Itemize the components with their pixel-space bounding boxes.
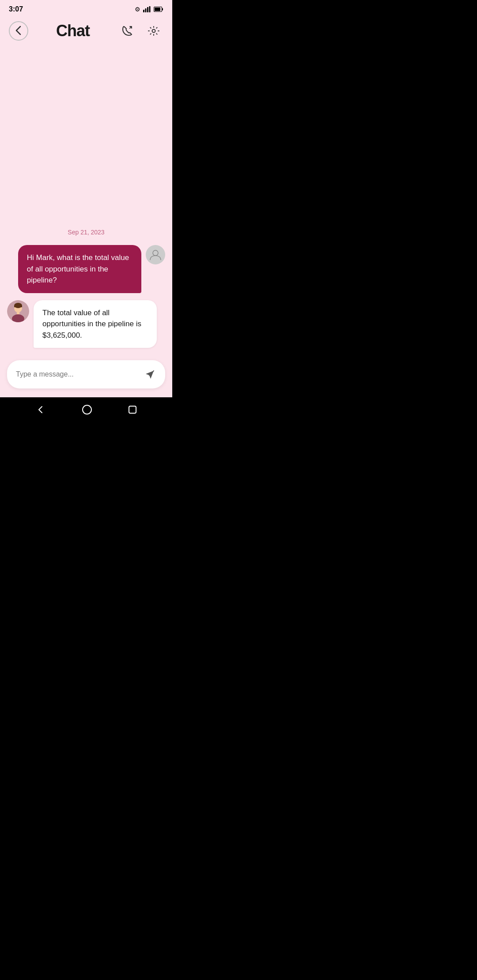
back-chevron-icon xyxy=(15,26,22,37)
svg-rect-12 xyxy=(14,305,22,307)
phone-icon xyxy=(121,25,133,37)
settings-status-icon: ⚙ xyxy=(135,6,140,13)
send-icon xyxy=(144,368,156,381)
svg-marker-16 xyxy=(146,371,154,379)
svg-rect-3 xyxy=(149,6,151,12)
nav-back-button[interactable] xyxy=(36,405,45,415)
nav-bar xyxy=(0,397,172,424)
status-bar: 3:07 ⚙ xyxy=(0,0,172,17)
bubble-incoming: The total value of all opportunities in … xyxy=(34,300,157,348)
nav-back-icon xyxy=(36,405,45,415)
date-separator: Sep 21, 2023 xyxy=(7,228,165,236)
settings-button[interactable] xyxy=(144,21,163,41)
nav-home-button[interactable] xyxy=(82,405,92,415)
messages-container: Hi Mark, what is the total value of all … xyxy=(7,245,165,348)
message-input[interactable] xyxy=(16,370,137,378)
bubble-outgoing: Hi Mark, what is the total value of all … xyxy=(18,245,141,293)
gear-icon xyxy=(148,25,160,37)
chat-area: Sep 21, 2023 Hi Mark, what is the total … xyxy=(0,48,172,355)
message-outgoing: Hi Mark, what is the total value of all … xyxy=(7,245,165,293)
avatar-outgoing xyxy=(146,245,165,264)
header-right xyxy=(117,21,163,41)
signal-icon xyxy=(143,6,151,12)
svg-point-8 xyxy=(153,250,158,256)
back-button[interactable] xyxy=(9,21,28,41)
nav-home-icon xyxy=(82,405,92,415)
header-left xyxy=(9,21,28,41)
svg-rect-2 xyxy=(147,7,148,12)
header: Chat xyxy=(0,17,172,48)
status-icons: ⚙ xyxy=(135,6,163,13)
svg-point-7 xyxy=(152,30,155,33)
status-time: 3:07 xyxy=(9,5,23,13)
message-incoming: The total value of all opportunities in … xyxy=(7,300,165,348)
message-input-container xyxy=(0,355,172,397)
date-label: Sep 21, 2023 xyxy=(68,229,104,236)
nav-recent-button[interactable] xyxy=(129,406,136,414)
svg-rect-0 xyxy=(143,10,144,12)
nav-recent-icon xyxy=(129,406,136,414)
battery-icon xyxy=(154,7,163,12)
send-button[interactable] xyxy=(141,366,159,383)
svg-rect-6 xyxy=(155,8,160,11)
page-title: Chat xyxy=(28,22,117,40)
svg-rect-1 xyxy=(145,8,147,12)
message-input-wrapper xyxy=(7,360,165,388)
svg-rect-14 xyxy=(17,312,19,314)
svg-rect-5 xyxy=(162,8,163,11)
avatar-incoming xyxy=(7,300,29,322)
call-button[interactable] xyxy=(117,21,137,41)
